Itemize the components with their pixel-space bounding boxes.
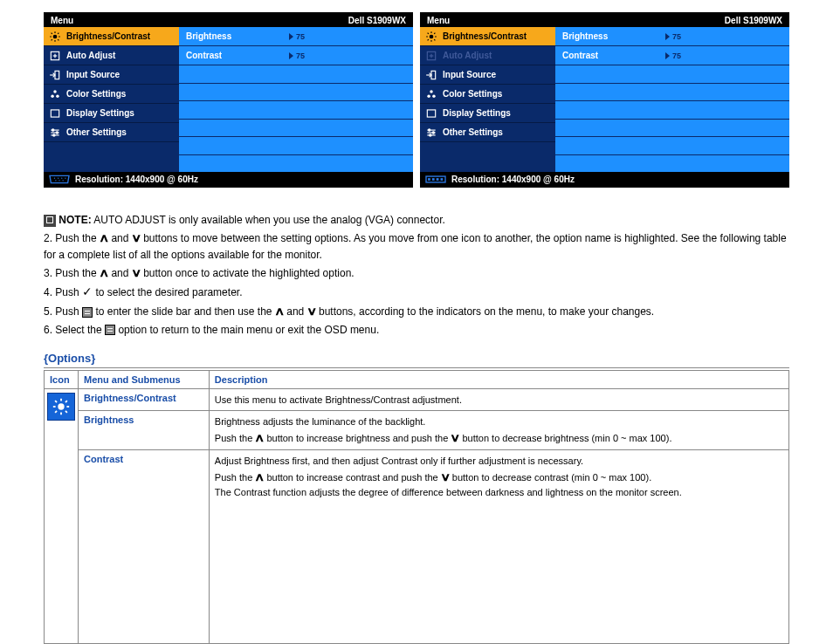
menu-label: Other Settings bbox=[66, 127, 127, 137]
arrow-up-icon: ∧ bbox=[99, 230, 110, 247]
step5-c: and bbox=[286, 305, 304, 318]
note-intro: AUTO ADJUST is only available when you u… bbox=[93, 214, 444, 226]
step5-a: 5. Push bbox=[44, 305, 79, 318]
menu-color-settings[interactable]: Color Settings bbox=[44, 85, 179, 104]
svg-rect-48 bbox=[427, 109, 435, 116]
menu-label: Auto Adjust bbox=[443, 51, 492, 60]
svg-line-38 bbox=[428, 39, 429, 40]
svg-line-65 bbox=[55, 401, 57, 402]
submenu-label: Brightness bbox=[186, 31, 282, 41]
svg-point-14 bbox=[53, 90, 57, 93]
menu-auto-adjust-disabled: Auto Adjust bbox=[420, 46, 555, 65]
color-settings-icon bbox=[425, 88, 437, 100]
menu-label: Color Settings bbox=[66, 89, 126, 99]
menu-brightness-contrast[interactable]: Brightness/Contrast bbox=[44, 27, 179, 46]
arrow-down-icon: ∨ bbox=[450, 429, 461, 447]
step4-end: to select the desired parameter. bbox=[95, 286, 242, 298]
osd-screenshots-pair: Menu Dell S1909WX Brightness/Contrast Au… bbox=[44, 12, 789, 188]
svg-rect-56 bbox=[428, 178, 430, 181]
submenu-value: 75 bbox=[665, 32, 681, 41]
menu-label: Brightness/Contrast bbox=[443, 31, 527, 41]
row-desc: Use this menu to activate Brightness/Con… bbox=[209, 388, 788, 411]
svg-point-25 bbox=[58, 177, 59, 178]
menu-brightness-contrast[interactable]: Brightness/Contrast bbox=[420, 27, 555, 46]
submenu-contrast[interactable]: Contrast 75 bbox=[555, 46, 789, 65]
vga-connector-icon bbox=[47, 175, 72, 184]
arrow-up-icon: ∧ bbox=[99, 264, 110, 282]
osd-menu-title: Menu bbox=[427, 16, 450, 25]
brightness-icon bbox=[47, 393, 75, 421]
submenu-label: Contrast bbox=[562, 51, 658, 60]
separator bbox=[44, 367, 789, 368]
row-menu: Brightness/Contrast bbox=[79, 388, 210, 411]
svg-point-46 bbox=[427, 94, 430, 98]
svg-line-8 bbox=[58, 32, 59, 33]
svg-line-36 bbox=[428, 32, 429, 33]
svg-point-15 bbox=[51, 94, 54, 98]
svg-point-26 bbox=[61, 177, 62, 178]
svg-point-45 bbox=[430, 90, 433, 93]
svg-rect-59 bbox=[441, 178, 444, 181]
svg-point-23 bbox=[53, 134, 55, 135]
svg-point-30 bbox=[62, 180, 63, 181]
svg-point-28 bbox=[55, 180, 56, 181]
svg-rect-17 bbox=[51, 109, 59, 116]
table-row: Contrast Adjust Brightness first, and th… bbox=[45, 450, 789, 644]
svg-point-31 bbox=[430, 34, 434, 38]
svg-line-5 bbox=[52, 32, 52, 33]
menu-label: Auto Adjust bbox=[66, 51, 115, 60]
submenu-label: Contrast bbox=[186, 51, 282, 60]
menu-label: Color Settings bbox=[443, 89, 502, 99]
osd-left-menu: Brightness/Contrast Auto Adjust Input So… bbox=[420, 27, 555, 172]
triangle-right-icon bbox=[289, 52, 293, 59]
step2-a: 2. Push the bbox=[44, 232, 97, 244]
menu-label: Other Settings bbox=[443, 127, 503, 137]
row-desc: Adjust Brightness first, and then adjust… bbox=[209, 450, 788, 644]
menu-display-settings[interactable]: Display Settings bbox=[44, 104, 179, 123]
step3-mid: and bbox=[111, 267, 128, 279]
svg-line-7 bbox=[52, 39, 52, 40]
auto-adjust-icon bbox=[49, 50, 61, 62]
menu-other-settings[interactable]: Other Settings bbox=[44, 123, 179, 142]
col-desc: Description bbox=[209, 370, 788, 388]
arrow-up-icon: ∧ bbox=[254, 429, 265, 447]
svg-line-68 bbox=[65, 401, 67, 402]
step3-end: button once to activate the highlighted … bbox=[143, 267, 355, 279]
svg-line-67 bbox=[55, 410, 57, 412]
arrow-down-icon: ∨ bbox=[439, 469, 451, 486]
svg-point-21 bbox=[52, 128, 54, 130]
svg-line-66 bbox=[65, 410, 67, 412]
row-submenu: Brightness bbox=[79, 411, 210, 450]
osd-model: Dell S1909WX bbox=[348, 16, 406, 25]
submenu-brightness[interactable]: Brightness 75 bbox=[179, 27, 413, 46]
step2-end: buttons to move between the setting opti… bbox=[44, 232, 787, 261]
menu-input-source[interactable]: Input Source bbox=[44, 65, 179, 85]
osd-left-menu: Brightness/Contrast Auto Adjust Input So… bbox=[44, 27, 179, 172]
submenu-brightness[interactable]: Brightness 75 bbox=[555, 27, 789, 46]
svg-point-47 bbox=[432, 94, 436, 98]
svg-rect-58 bbox=[437, 178, 439, 181]
row-submenu: Contrast bbox=[79, 450, 210, 644]
step3-a: 3. Push the bbox=[44, 267, 97, 279]
menu-auto-adjust[interactable]: Auto Adjust bbox=[44, 46, 179, 65]
color-settings-icon bbox=[49, 88, 61, 100]
menu-other-settings[interactable]: Other Settings bbox=[420, 123, 555, 142]
contrast-intro: Adjust Brightness first, and then adjust… bbox=[215, 454, 783, 469]
resolution-text: Resolution: 1440x900 @ 60Hz bbox=[75, 175, 198, 184]
submenu-contrast[interactable]: Contrast 75 bbox=[179, 46, 413, 65]
osd-footer: Resolution: 1440x900 @ 60Hz bbox=[420, 172, 789, 188]
arrow-down-icon: ∨ bbox=[306, 303, 317, 320]
table-row: Brightness Brightness adjusts the lumina… bbox=[45, 411, 789, 450]
svg-point-27 bbox=[65, 177, 65, 178]
menu-input-source[interactable]: Input Source bbox=[420, 65, 555, 85]
osd-footer: Resolution: 1440x900 @ 60Hz bbox=[44, 172, 413, 188]
submenu-value: 75 bbox=[289, 32, 305, 41]
menu-display-settings[interactable]: Display Settings bbox=[420, 104, 555, 123]
arrow-up-icon: ∧ bbox=[273, 303, 285, 320]
input-source-icon bbox=[49, 69, 61, 81]
osd-vga: Menu Dell S1909WX Brightness/Contrast Au… bbox=[44, 12, 413, 188]
step6-a: 6. Select the bbox=[44, 324, 102, 336]
options-table: Icon Menu and Submenus Description Brigh… bbox=[44, 370, 789, 644]
menu-color-settings[interactable]: Color Settings bbox=[420, 85, 555, 104]
menu-label: Display Settings bbox=[66, 108, 134, 118]
